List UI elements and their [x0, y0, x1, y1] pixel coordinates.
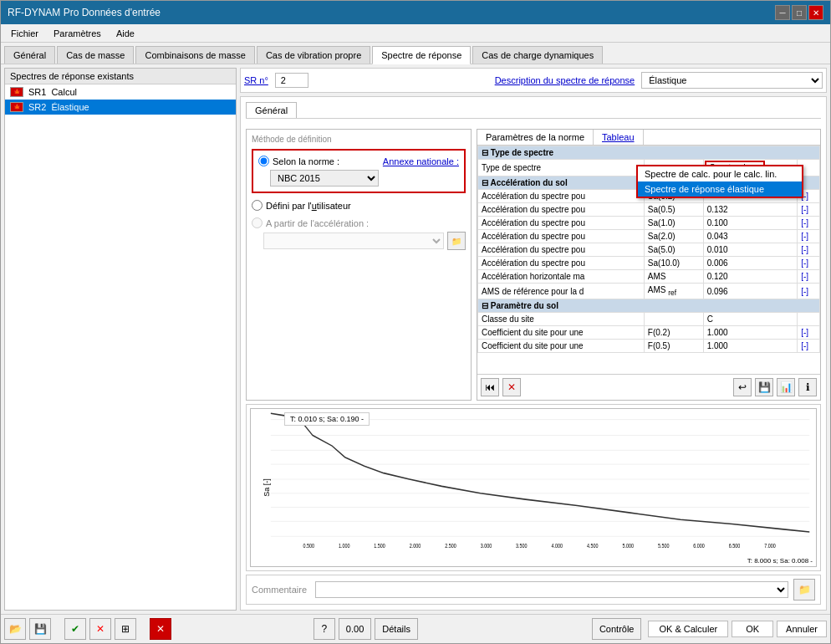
tab-cas-masse[interactable]: Cas de masse — [57, 46, 134, 64]
sa10-minus[interactable]: [-] — [801, 218, 808, 227]
controle-btn[interactable]: Contrôle — [592, 618, 642, 640]
sa05-label: Accélération du spectre pou — [478, 203, 645, 217]
list-item-sr1-id: SR1 — [28, 87, 46, 97]
comment-browse-btn[interactable]: 📁 — [793, 579, 815, 601]
norm-select[interactable]: NBC 2015 — [270, 170, 379, 187]
params-save-btn[interactable]: 💾 — [755, 378, 773, 396]
ams-label: Accélération horizontale ma — [478, 270, 645, 284]
section-type-spectre: ⊟ Type de spectre — [482, 148, 553, 157]
chart-tooltip: T: 0.010 s; Sa: 0.190 - — [284, 412, 370, 426]
tab-spectre[interactable]: Spectre de réponse — [372, 46, 471, 64]
params-first-btn[interactable]: ⏮ — [481, 378, 499, 396]
f02-label: Coefficient du site pour une — [478, 326, 645, 340]
type-spectre-label: Type de spectre — [478, 160, 645, 176]
sa100-minus[interactable]: [-] — [801, 258, 808, 268]
tab-cas-charge[interactable]: Cas de charge dynamiques — [472, 46, 603, 64]
radio-utilisateur[interactable] — [252, 200, 263, 211]
close-button[interactable]: ✕ — [808, 5, 823, 20]
svg-text:3.500: 3.500 — [516, 542, 528, 549]
section-sol: ⊟ Paramètre du sol — [482, 301, 558, 310]
sa50-minus[interactable]: [-] — [801, 245, 808, 254]
sr-number-input[interactable] — [275, 73, 308, 88]
tab-general[interactable]: Général — [4, 46, 55, 64]
svg-text:1.500: 1.500 — [374, 542, 385, 549]
radio-acceleration[interactable] — [252, 217, 263, 228]
classe-value: C — [703, 313, 798, 326]
ok-btn[interactable]: OK — [732, 621, 773, 637]
sa02-label: Accélération du spectre pou — [478, 190, 645, 203]
amsref-param: AMS ref — [644, 284, 703, 299]
sa20-minus[interactable]: [-] — [801, 232, 808, 241]
ok-calc-btn[interactable]: OK & Calculer — [648, 621, 728, 637]
params-delete-btn[interactable]: ✕ — [502, 378, 521, 396]
ams-minus[interactable]: [-] — [801, 272, 808, 281]
sr-number-label: SR n° — [244, 75, 268, 85]
amsref-value: 0.096 — [703, 284, 798, 299]
params-tab-tableau[interactable]: Tableau — [594, 130, 644, 145]
list-item-sr2[interactable]: 🍁 SR2 Élastique — [5, 100, 236, 115]
sa10-param: Sa(1.0) — [644, 217, 703, 230]
f02-value: 1.000 — [703, 326, 798, 340]
menu-fichier[interactable]: Fichier — [4, 27, 45, 40]
amsref-minus[interactable]: [-] — [801, 287, 808, 296]
red-x-btn[interactable]: ✕ — [150, 618, 171, 640]
list-item-sr1[interactable]: 🍁 SR1 Calcul — [5, 84, 236, 100]
x-btn[interactable]: ✕ — [89, 618, 111, 640]
sa20-value: 0.043 — [703, 230, 798, 243]
tab-vibration[interactable]: Cas de vibration propre — [257, 46, 370, 64]
annuler-btn[interactable]: Annuler — [777, 621, 827, 637]
radio-norme[interactable] — [258, 156, 269, 166]
menu-aide[interactable]: Aide — [110, 27, 141, 40]
acceleration-browse-btn[interactable]: 📁 — [447, 232, 466, 250]
sa20-param: Sa(2.0) — [644, 230, 703, 243]
classe-label: Classe du site — [478, 313, 645, 326]
ams-value: 0.120 — [703, 270, 798, 284]
type-dropdown-menu: Spectre de calc. pour le calc. lin. Spec… — [636, 165, 803, 198]
ams-param: AMS — [644, 270, 703, 284]
sa100-value: 0.006 — [703, 257, 798, 270]
general-inner-tab[interactable]: Général — [246, 102, 297, 118]
svg-text:6.500: 6.500 — [729, 542, 741, 549]
sr-desc-label: Description du spectre de réponse — [495, 75, 635, 85]
chart-x-end-label: T: 8.000 s; Sa: 0.008 - — [747, 557, 813, 565]
list-item-sr2-id: SR2 — [28, 102, 46, 112]
amsref-label: AMS de référence pour la d — [478, 284, 645, 299]
radio-norme-label: Selon la norme : — [273, 156, 339, 166]
check-btn[interactable]: ✔ — [64, 618, 86, 640]
params-info-btn[interactable]: ℹ — [798, 378, 817, 396]
open-btn[interactable]: 📂 — [4, 618, 26, 640]
num-btn[interactable]: 0.00 — [339, 618, 371, 640]
annexe-label: Annexe nationale : — [383, 156, 459, 166]
comment-label: Commentaire — [252, 585, 307, 595]
sr-desc-select[interactable]: Élastique — [641, 72, 823, 89]
minimize-button[interactable]: ─ — [775, 5, 790, 20]
left-panel-header: Spectres de réponse existants — [5, 69, 236, 84]
help-btn[interactable]: ? — [314, 618, 335, 640]
maximize-button[interactable]: □ — [792, 5, 807, 20]
dropdown-item-2[interactable]: Spectre de réponse élastique — [638, 181, 802, 197]
params-undo-btn[interactable]: ↩ — [733, 378, 752, 396]
dropdown-item-1[interactable]: Spectre de calc. pour le calc. lin. — [638, 166, 802, 181]
save-btn[interactable]: 💾 — [29, 618, 51, 640]
f05-label: Coefficient du site pour une — [478, 340, 645, 353]
svg-text:2.500: 2.500 — [445, 542, 456, 549]
list-item-sr2-desc: Élastique — [51, 102, 89, 112]
grid-btn[interactable]: ⊞ — [115, 618, 136, 640]
sa10-label: Accélération du spectre pou — [478, 217, 645, 230]
params-export-btn[interactable]: 📊 — [777, 378, 795, 396]
svg-text:5.500: 5.500 — [658, 542, 670, 549]
f05-minus[interactable]: [-] — [801, 341, 808, 350]
comment-select[interactable] — [315, 581, 788, 598]
svg-text:0.500: 0.500 — [303, 542, 314, 549]
menu-parametres[interactable]: Paramètres — [47, 27, 108, 40]
params-tab-norme[interactable]: Paramètres de la norme — [477, 130, 594, 145]
svg-text:6.000: 6.000 — [693, 542, 705, 549]
f05-value: 1.000 — [703, 340, 798, 353]
details-btn[interactable]: Détails — [375, 618, 418, 640]
sa10-value: 0.100 — [703, 217, 798, 230]
sa05-minus[interactable]: [-] — [801, 205, 808, 214]
tab-combinaisons[interactable]: Combinaisons de masse — [135, 46, 254, 64]
svg-text:3.000: 3.000 — [481, 542, 492, 549]
f02-minus[interactable]: [-] — [801, 328, 808, 337]
svg-text:4.500: 4.500 — [587, 542, 599, 549]
